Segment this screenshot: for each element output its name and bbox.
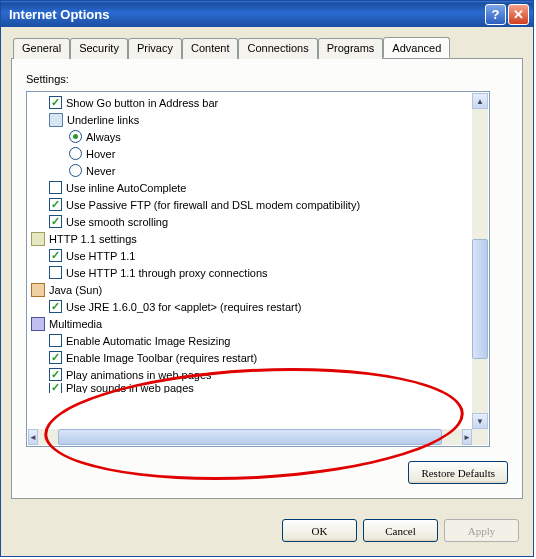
checkbox-icon[interactable] [49,383,62,393]
tab-advanced[interactable]: Advanced [383,37,450,58]
settings-item[interactable]: Enable Automatic Image Resizing [29,332,472,349]
item-label: Underline links [67,114,139,126]
help-button[interactable]: ? [485,4,506,25]
checkbox-icon[interactable] [49,334,62,347]
item-label: HTTP 1.1 settings [49,233,137,245]
content-area: General Security Privacy Content Connect… [1,27,533,509]
settings-item[interactable]: Always [29,128,472,145]
checkbox-icon[interactable] [49,266,62,279]
tab-privacy[interactable]: Privacy [128,38,182,59]
tab-label: Programs [327,42,375,54]
item-label: Always [86,131,121,143]
radio-icon[interactable] [69,130,82,143]
scroll-right-button[interactable]: ► [462,429,472,445]
button-label: Cancel [385,525,416,537]
settings-item[interactable]: Enable Image Toolbar (requires restart) [29,349,472,366]
cancel-button[interactable]: Cancel [363,519,438,542]
settings-item[interactable]: Play sounds in web pages [29,383,472,393]
scroll-thumb[interactable] [472,239,488,359]
scroll-track[interactable] [472,109,488,413]
tab-content[interactable]: Content [182,38,239,59]
item-label: Hover [86,148,115,160]
checkbox-icon[interactable] [49,181,62,194]
settings-item[interactable]: Use Passive FTP (for firewall and DSL mo… [29,196,472,213]
settings-item[interactable]: Use JRE 1.6.0_03 for <applet> (requires … [29,298,472,315]
checkbox-icon[interactable] [49,215,62,228]
dialog-buttons: OK Cancel Apply [1,509,533,556]
tabstrip: General Security Privacy Content Connect… [13,37,523,58]
scroll-corner [472,429,488,445]
item-label: Play animations in web pages [66,369,212,381]
tab-general[interactable]: General [13,38,70,59]
settings-item[interactable]: Use HTTP 1.1 [29,247,472,264]
checkbox-icon[interactable] [49,300,62,313]
internet-options-dialog: Internet Options ? ✕ General Security Pr… [0,0,534,557]
apply-button[interactable]: Apply [444,519,519,542]
window-title: Internet Options [9,7,483,22]
tab-programs[interactable]: Programs [318,38,384,59]
radio-icon[interactable] [69,147,82,160]
item-label: Multimedia [49,318,102,330]
item-label: Never [86,165,115,177]
checkbox-icon[interactable] [49,249,62,262]
ok-button[interactable]: OK [282,519,357,542]
advanced-panel: Settings: Show Go button in Address barU… [11,58,523,499]
settings-item[interactable]: Use HTTP 1.1 through proxy connections [29,264,472,281]
scroll-up-button[interactable]: ▲ [472,93,488,109]
item-label: Use smooth scrolling [66,216,168,228]
checkbox-icon[interactable] [49,96,62,109]
item-label: Use JRE 1.6.0_03 for <applet> (requires … [66,301,301,313]
item-label: Enable Automatic Image Resizing [66,335,230,347]
settings-item[interactable]: Hover [29,145,472,162]
settings-item[interactable]: Show Go button in Address bar [29,94,472,111]
item-label: Play sounds in web pages [66,383,194,393]
scroll-down-button[interactable]: ▼ [472,413,488,429]
button-label: Apply [468,525,496,537]
settings-item[interactable]: Play animations in web pages [29,366,472,383]
tab-label: Privacy [137,42,173,54]
settings-item: Java (Sun) [29,281,472,298]
item-label: Use HTTP 1.1 through proxy connections [66,267,268,279]
checkbox-icon[interactable] [49,368,62,381]
settings-label: Settings: [26,73,508,85]
button-label: OK [312,525,328,537]
scroll-left-button[interactable]: ◄ [28,429,38,445]
horizontal-scrollbar[interactable]: ◄ ► [28,429,472,445]
vertical-scrollbar[interactable]: ▲ ▼ [472,93,488,429]
item-label: Show Go button in Address bar [66,97,218,109]
settings-item[interactable]: Use inline AutoComplete [29,179,472,196]
settings-listbox[interactable]: Show Go button in Address barUnderline l… [26,91,490,447]
close-icon: ✕ [513,7,524,22]
underline-icon [49,113,63,127]
settings-item[interactable]: Never [29,162,472,179]
checkbox-icon[interactable] [49,198,62,211]
http-icon [31,232,45,246]
item-label: Use inline AutoComplete [66,182,186,194]
tab-label: General [22,42,61,54]
mm-icon [31,317,45,331]
settings-item: Multimedia [29,315,472,332]
scroll-thumb[interactable] [58,429,442,445]
scroll-track[interactable] [38,429,462,445]
close-button[interactable]: ✕ [508,4,529,25]
tab-label: Security [79,42,119,54]
restore-defaults-button[interactable]: Restore Defaults [408,461,508,484]
tab-label: Connections [247,42,308,54]
settings-item: Underline links [29,111,472,128]
item-label: Java (Sun) [49,284,102,296]
tab-label: Advanced [392,42,441,54]
titlebar[interactable]: Internet Options ? ✕ [1,1,533,27]
item-label: Use Passive FTP (for firewall and DSL mo… [66,199,360,211]
item-label: Enable Image Toolbar (requires restart) [66,352,257,364]
tab-label: Content [191,42,230,54]
settings-item[interactable]: Use smooth scrolling [29,213,472,230]
settings-item: HTTP 1.1 settings [29,230,472,247]
tab-connections[interactable]: Connections [238,38,317,59]
java-icon [31,283,45,297]
checkbox-icon[interactable] [49,351,62,364]
button-label: Restore Defaults [421,467,495,479]
tab-security[interactable]: Security [70,38,128,59]
radio-icon[interactable] [69,164,82,177]
item-label: Use HTTP 1.1 [66,250,136,262]
